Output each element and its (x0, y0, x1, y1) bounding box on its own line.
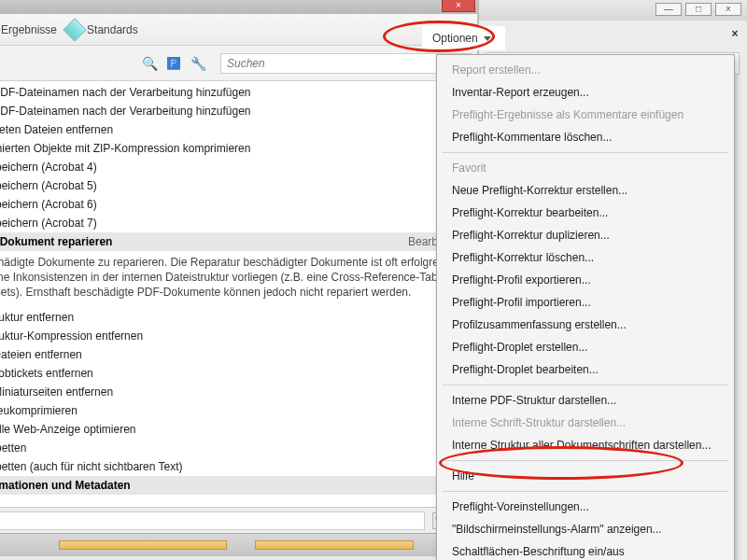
menu-item: Interne Schrift-Struktur darstellen... (437, 412, 734, 434)
options-label: Optionen (432, 32, 478, 45)
search-field[interactable] (220, 53, 472, 74)
options-button[interactable]: Optionen (422, 26, 505, 50)
bg-max-button[interactable]: □ (685, 3, 712, 16)
list-item[interactable]: hnelle Web-Anzeige optimieren (0, 420, 477, 439)
chevron-down-icon (484, 36, 491, 41)
profile-search-icon[interactable]: 🅿 (164, 54, 183, 73)
list-item[interactable]: 6 speichern (Acrobat 7) (0, 214, 477, 232)
menu-item[interactable]: Preflight-Profil importieren... (437, 291, 734, 314)
list-item[interactable]: einbetten (0, 439, 477, 457)
list-item[interactable]: m PDF-Dateinamen nach der Verarbeitung h… (0, 102, 477, 120)
menu-item: Favorit (437, 157, 734, 179)
tab-results[interactable]: Ergebnisse (0, 21, 57, 38)
tab-label: Standards (87, 23, 138, 36)
list-item[interactable]: m PDF-Dateinamen nach der Verarbeitung h… (0, 83, 477, 102)
bg-close-button[interactable]: × (715, 3, 741, 16)
window-titlebar: × (0, 0, 477, 14)
menu-item[interactable]: "Bildschirmeinstellungs-Alarm" anzeigen.… (437, 518, 734, 540)
search-input[interactable] (220, 53, 472, 74)
menu-item[interactable]: Inventar-Report erzeugen... (437, 81, 734, 104)
menu-separator (443, 152, 728, 153)
list-item[interactable]: 3 speichern (Acrobat 4) (0, 158, 477, 176)
tab-bar: Ergebnisse Standards (0, 14, 477, 46)
status-strip (0, 533, 477, 555)
tab-label: Ergebnisse (1, 23, 57, 36)
magnify-gear-icon[interactable]: 🔍 (140, 54, 159, 73)
results-icon (0, 18, 1, 41)
tab-standards[interactable]: Standards (66, 21, 138, 38)
menu-item[interactable]: Preflight-Voreinstellungen... (437, 496, 734, 518)
toolbar: 🔍 🅿 🔧 (0, 46, 477, 81)
bg-min-button[interactable]: — (655, 3, 682, 16)
list-item[interactable]: te Miniaturseiten entfernen (0, 383, 477, 401)
section-metadata: Formationen und Metadaten (0, 476, 477, 495)
fixup-description: eschädigte Dokumente zu reparieren. Die … (0, 251, 477, 308)
menu-separator (443, 460, 728, 461)
fixups-list: m PDF-Dateinamen nach der Verarbeitung h… (0, 83, 477, 499)
bg-titlebar: — □ × (479, 0, 747, 21)
list-item[interactable]: -Struktur-Kompression entfernen (0, 327, 477, 345)
menu-item[interactable]: Hilfe (437, 465, 734, 487)
menu-item[interactable]: Interne Struktur aller Dokumentschriften… (437, 434, 734, 456)
menu-item: Report erstellen... (437, 59, 734, 81)
menu-item[interactable]: Schaltflächen-Beschriftung ein/aus (437, 540, 734, 560)
wrench-search-icon[interactable]: 🔧 (189, 54, 207, 73)
menu-item[interactable]: Interne PDF-Struktur darstellen... (437, 389, 734, 412)
panel-close-icon[interactable]: × (728, 28, 741, 41)
list-item[interactable]: P neukomprimieren (0, 401, 477, 420)
bottom-field[interactable]: n (0, 511, 425, 530)
standards-icon (63, 18, 86, 41)
window-close-button[interactable]: × (442, 0, 475, 12)
list-item[interactable]: te Jobtickets entfernen (0, 364, 477, 383)
menu-item[interactable]: Preflight-Korrektur duplizieren... (437, 224, 734, 246)
list-item[interactable]: betteten Dateien entfernen (0, 120, 477, 139)
menu-item: Preflight-Ergebnisse als Kommentare einf… (437, 104, 734, 126)
list-item[interactable]: te Dateien entfernen (0, 345, 477, 364)
preflight-window: × Ergebnisse Standards 🔍 🅿 🔧 m PDF-Datei… (0, 0, 478, 556)
menu-item[interactable]: Preflight-Droplet bearbeiten... (437, 358, 734, 381)
selected-fixup-title: tes Dokument reparieren (0, 235, 112, 248)
selected-fixup-header[interactable]: tes Dokument reparieren Bearbeiten... (0, 232, 477, 251)
menu-separator (443, 491, 728, 492)
list-item[interactable]: einbetten (auch für nicht sichtbaren Tex… (0, 457, 477, 476)
list-item[interactable]: 4 speichern (Acrobat 5) (0, 176, 477, 195)
list-item[interactable]: primierten Objekte mit ZIP-Kompression k… (0, 139, 477, 158)
progress-segment (59, 540, 227, 550)
menu-item[interactable]: Neue Preflight-Korrektur erstellen... (437, 179, 734, 202)
bottom-bar: n 🔧 ✓ (0, 507, 477, 533)
menu-item[interactable]: Preflight-Kommentare löschen... (437, 126, 734, 148)
menu-item[interactable]: Preflight-Droplet erstellen... (437, 336, 734, 358)
menu-item[interactable]: Preflight-Profil exportieren... (437, 269, 734, 291)
menu-item[interactable]: Profilzusammenfassung erstellen... (437, 314, 734, 336)
list-item[interactable]: -Struktur entfernen (0, 308, 477, 327)
menu-item[interactable]: Preflight-Korrektur löschen... (437, 246, 734, 269)
options-menu: Report erstellen...Inventar-Report erzeu… (436, 54, 735, 560)
progress-segment (255, 540, 414, 550)
menu-separator (443, 385, 728, 385)
menu-item[interactable]: Preflight-Korrektur bearbeiten... (437, 202, 734, 224)
list-item[interactable]: 5 speichern (Acrobat 6) (0, 195, 477, 214)
